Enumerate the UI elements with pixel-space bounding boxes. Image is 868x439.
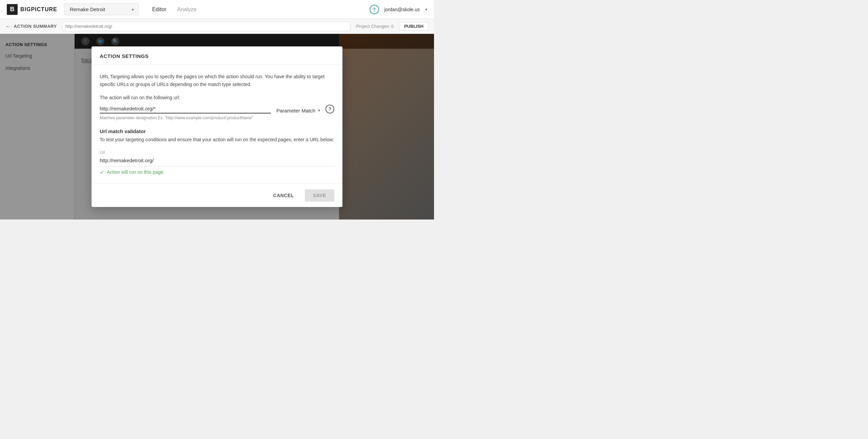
cancel-button[interactable]: CANCEL xyxy=(265,189,302,202)
check-icon: ✓ xyxy=(100,169,104,175)
modal-title: ACTION SETTINGS xyxy=(100,53,334,59)
editor-nav-link[interactable]: Editor xyxy=(152,6,166,13)
logo-text: BIGPICTURE xyxy=(20,6,57,13)
nav-right: ? jordan@skole.us ▾ xyxy=(370,5,428,14)
nav-links: Editor Analyze xyxy=(152,6,197,13)
save-button[interactable]: SAVE xyxy=(305,189,334,202)
validator-title: Url match validator xyxy=(100,128,334,134)
modal-footer: CANCEL SAVE xyxy=(92,184,342,207)
project-select-wrapper[interactable]: Remake Detroit xyxy=(64,3,139,15)
main-layout: ACTION SETTINGS Url Targeting Integratio… xyxy=(0,34,434,220)
help-icon[interactable]: ? xyxy=(370,5,379,14)
match-type-help-icon[interactable]: ? xyxy=(326,105,334,113)
modal-overlay: ACTION SETTINGS URL Targeting allows you… xyxy=(0,34,434,220)
url-targeting-label: The action will run on the following url… xyxy=(100,95,334,100)
modal-description: URL Targeting allows you to specify the … xyxy=(100,73,334,88)
url-input-row: Parameter Match ▾ ? xyxy=(100,104,334,113)
logo-b-icon: B xyxy=(7,4,18,15)
action-summary-label: ACTION SUMMARY xyxy=(14,24,57,29)
back-arrow-icon: ← xyxy=(5,23,11,29)
back-button[interactable]: ← ACTION SUMMARY xyxy=(5,23,57,29)
validation-success-message: ✓ Action will run on this page. xyxy=(100,169,334,175)
user-email: jordan@skole.us xyxy=(384,7,420,12)
validation-text: Action will run on this page. xyxy=(107,169,164,175)
validator-desc: To test your targeting conditions and en… xyxy=(100,136,334,143)
project-dropdown[interactable]: Remake Detroit xyxy=(64,3,139,15)
match-type-arrow-icon: ▾ xyxy=(318,108,320,113)
modal-header: ACTION SETTINGS xyxy=(92,46,342,65)
modal-body: URL Targeting allows you to specify the … xyxy=(92,65,342,184)
match-type-label: Parameter Match xyxy=(276,108,315,113)
url-validator-input[interactable] xyxy=(100,156,334,166)
top-nav: B BIGPICTURE Remake Detroit Editor Analy… xyxy=(0,0,434,19)
project-changes: Project Changes: 0 xyxy=(356,24,394,29)
logo-area: B BIGPICTURE xyxy=(7,4,57,15)
url-input-field[interactable] xyxy=(100,104,271,113)
sub-nav: ← ACTION SUMMARY Project Changes: 0 PUBL… xyxy=(0,19,434,34)
url-bar[interactable] xyxy=(62,22,351,31)
publish-button[interactable]: PUBLISH xyxy=(399,22,429,30)
url-field-label: Url xyxy=(100,150,334,155)
url-hint: Matches parameter designation Ex. "http:… xyxy=(100,116,334,120)
modal: ACTION SETTINGS URL Targeting allows you… xyxy=(92,46,342,207)
user-dropdown-arrow[interactable]: ▾ xyxy=(425,7,427,12)
validator-section: Url match validator To test your targeti… xyxy=(100,128,334,175)
match-type-dropdown[interactable]: Parameter Match ▾ xyxy=(276,108,320,113)
analyze-nav-link[interactable]: Analyze xyxy=(177,6,196,13)
